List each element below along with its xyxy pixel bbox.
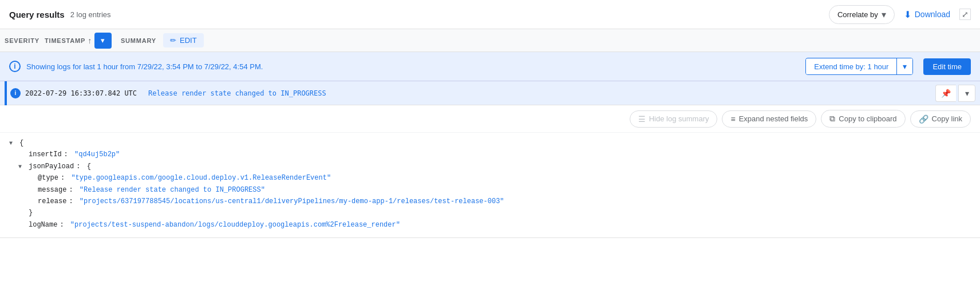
pin-icon: 📌: [941, 89, 951, 98]
link-icon: 🔗: [919, 114, 928, 124]
sort-asc-icon: ↑: [88, 36, 92, 45]
json-line: ▼ jsonPayload : {: [9, 161, 971, 172]
edit-time-button[interactable]: Edit time: [923, 58, 971, 75]
copy-to-clipboard-button[interactable]: ⧉ Copy to clipboard: [821, 110, 905, 128]
json-line: ▼ {: [9, 137, 971, 149]
pin-log-button[interactable]: 📌: [935, 85, 956, 102]
info-banner: i Showing logs for last 1 hour from 7/29…: [0, 52, 980, 81]
info-banner-text: Showing logs for last 1 hour from 7/29/2…: [26, 62, 800, 71]
expand-icon: ≡: [730, 114, 735, 124]
hide-log-summary-button[interactable]: ☰ Hide log summary: [630, 110, 718, 128]
log-summary: Release render state changed to IN_PROGR…: [148, 89, 935, 97]
expand-panel-button[interactable]: ⤢: [959, 9, 971, 20]
log-entry-row: i 2022-07-29 16:33:07.842 UTC Release re…: [0, 81, 980, 105]
log-timestamp: 2022-07-29 16:33:07.842 UTC: [25, 89, 137, 97]
col-timestamp-header: TIMESTAMP ↑: [45, 36, 92, 45]
expand-icon: ⤢: [962, 10, 969, 19]
clipboard-icon: ⧉: [829, 114, 835, 124]
edit-icon: ✏: [170, 36, 176, 45]
expand-nested-fields-button[interactable]: ≡ Expand nested fields: [722, 110, 816, 128]
json-line: insertId : "qd4uj5b2p": [9, 149, 971, 160]
chevron-down-icon: ▾: [965, 89, 969, 98]
edit-columns-button[interactable]: ✏ EDIT: [163, 33, 204, 47]
chevron-down-icon: ▾: [101, 36, 105, 45]
extend-time-group: Extend time by: 1 hour ▾: [805, 58, 913, 75]
info-icon: i: [9, 61, 21, 72]
copy-link-button[interactable]: 🔗 Copy link: [910, 110, 971, 128]
json-line: logName : "projects/test-suspend-abandon…: [9, 219, 971, 231]
download-button[interactable]: ⬇ Download: [904, 9, 950, 20]
header-bar: Query results 2 log entries Correlate by…: [0, 0, 980, 29]
log-actions: 📌 ▾: [935, 85, 975, 102]
correlate-by-button[interactable]: Correlate by ▾: [829, 5, 895, 24]
download-icon: ⬇: [904, 9, 911, 20]
extend-time-button[interactable]: Extend time by: 1 hour: [806, 59, 896, 74]
json-line: release : "projects/637197788545/locatio…: [9, 196, 971, 207]
collapse-toggle[interactable]: ▼: [18, 162, 25, 172]
json-line: }: [9, 207, 971, 219]
json-line: message : "Release render state changed …: [9, 184, 971, 196]
json-line: @type : "type.googleapis.com/google.clou…: [9, 172, 971, 184]
log-entries-count: 2 log entries: [70, 10, 111, 19]
column-headers: SEVERITY TIMESTAMP ↑ ▾ SUMMARY ✏ EDIT: [0, 29, 980, 52]
col-summary-header: SUMMARY: [121, 37, 156, 44]
log-json-content: ▼ { insertId : "qd4uj5b2p" ▼ jsonPayload…: [0, 133, 980, 237]
collapse-toggle[interactable]: ▼: [9, 138, 16, 148]
correlate-by-label: Correlate by: [837, 10, 878, 19]
expand-log-button[interactable]: ▾: [958, 85, 975, 102]
severity-indicator: [5, 81, 7, 105]
chevron-down-icon: ▾: [903, 62, 907, 71]
severity-badge: i: [10, 88, 21, 98]
page-title: Query results: [9, 10, 65, 19]
extend-time-dropdown-button[interactable]: ▾: [896, 58, 912, 74]
log-detail: ☰ Hide log summary ≡ Expand nested field…: [0, 105, 980, 238]
col-severity-header: SEVERITY: [5, 37, 45, 44]
list-icon: ☰: [638, 114, 646, 124]
log-detail-toolbar: ☰ Hide log summary ≡ Expand nested field…: [0, 105, 980, 133]
chevron-down-icon: ▾: [882, 9, 886, 20]
timestamp-dropdown-button[interactable]: ▾: [94, 33, 112, 49]
